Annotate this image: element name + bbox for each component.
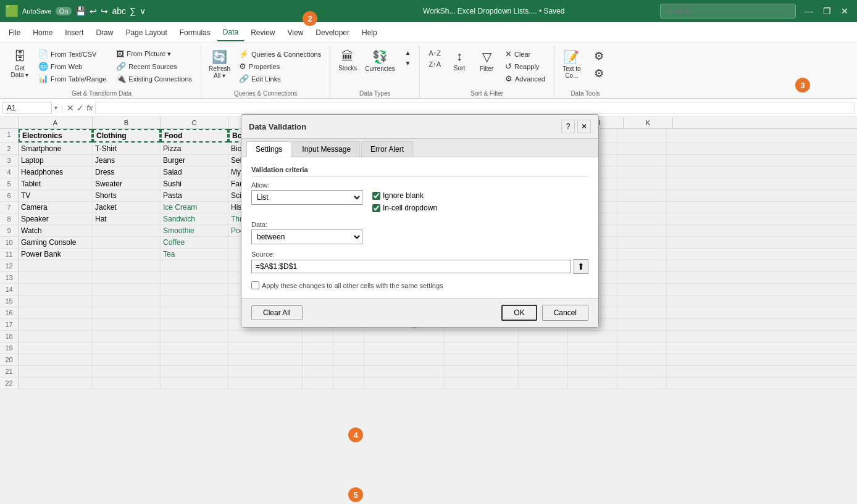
cell-a3[interactable]: Laptop <box>19 155 93 166</box>
cell-c21[interactable] <box>161 366 228 377</box>
cell-i19[interactable] <box>519 342 568 353</box>
cell-e19[interactable] <box>303 342 333 353</box>
cell-b21[interactable] <box>93 366 161 377</box>
cell-c11[interactable]: Tea <box>161 249 228 260</box>
sort-za-button[interactable]: Z↑A <box>425 59 445 69</box>
col-header-a[interactable]: A <box>19 117 93 128</box>
from-table-button[interactable]: 📊 From Table/Range <box>35 73 110 85</box>
cell-f18[interactable] <box>333 331 364 342</box>
cell-a4[interactable]: Headphones <box>19 167 93 178</box>
cell-b19[interactable] <box>93 342 161 353</box>
data-tool-2-button[interactable]: ⚙ <box>587 65 611 81</box>
col-header-c[interactable]: C <box>161 117 228 128</box>
cell-h21[interactable] <box>445 366 519 377</box>
cell-k20[interactable] <box>617 354 667 365</box>
cell-c17[interactable] <box>161 319 228 330</box>
cell-h20[interactable] <box>445 354 519 365</box>
source-input[interactable] <box>251 260 571 273</box>
menu-help[interactable]: Help <box>356 25 383 41</box>
cell-k4[interactable] <box>617 167 667 178</box>
cell-c14[interactable] <box>161 284 228 295</box>
cell-c13[interactable] <box>161 272 228 283</box>
cell-k22[interactable] <box>617 378 667 389</box>
cell-a15[interactable] <box>19 295 93 307</box>
restore-button[interactable]: ❐ <box>819 5 835 17</box>
abc-icon[interactable]: abc <box>112 6 126 16</box>
cell-d19[interactable] <box>228 342 303 353</box>
queries-connections-button[interactable]: ⚡ Queries & Connections <box>235 48 325 60</box>
cell-a13[interactable] <box>19 272 93 283</box>
cell-a12[interactable] <box>19 260 93 271</box>
recent-sources-button[interactable]: 🔗 Recent Sources <box>112 60 196 72</box>
cell-a6[interactable]: TV <box>19 190 93 201</box>
cell-g22[interactable] <box>364 378 445 389</box>
cell-b11[interactable] <box>93 249 161 260</box>
cancel-button[interactable]: Cancel <box>542 305 588 321</box>
dialog-tab-error-alert[interactable]: Error Alert <box>361 141 413 157</box>
cell-h22[interactable] <box>445 378 519 389</box>
save-icon[interactable]: 💾 <box>75 6 86 16</box>
cell-c1[interactable]: Food <box>161 129 228 143</box>
cell-g19[interactable] <box>364 342 445 353</box>
cell-c6[interactable]: Pasta <box>161 190 228 201</box>
menu-file[interactable]: File <box>2 25 27 41</box>
cell-b12[interactable] <box>93 260 161 271</box>
cell-i18[interactable] <box>519 331 568 342</box>
cell-d21[interactable] <box>228 366 303 377</box>
autosave-toggle[interactable]: On <box>56 7 72 15</box>
undo-icon[interactable]: ↩ <box>90 6 97 16</box>
cell-a18[interactable] <box>19 331 93 342</box>
minimize-button[interactable]: — <box>801 5 817 17</box>
cell-k3[interactable] <box>617 155 667 166</box>
cell-e22[interactable] <box>303 378 333 389</box>
cell-k7[interactable] <box>617 202 667 213</box>
cell-a10[interactable]: Gaming Console <box>19 237 93 248</box>
cell-k12[interactable] <box>617 260 667 271</box>
cell-k8[interactable] <box>617 213 667 225</box>
menu-draw[interactable]: Draw <box>90 25 119 41</box>
data-type-up-button[interactable]: ▲ <box>401 48 415 57</box>
currencies-button[interactable]: 💱 Currencies <box>362 48 397 73</box>
col-header-b[interactable]: B <box>93 117 161 128</box>
get-data-button[interactable]: 🗄 GetData ▾ <box>7 48 32 80</box>
cell-a2[interactable]: Smartphone <box>19 143 93 154</box>
from-picture-button[interactable]: 🖼 From Picture ▾ <box>112 48 196 60</box>
cell-b10[interactable] <box>93 237 161 248</box>
from-web-button[interactable]: 🌐 From Web <box>35 60 110 72</box>
data-tool-1-button[interactable]: ⚙ <box>587 48 611 64</box>
cell-c10[interactable]: Coffee <box>161 237 228 248</box>
properties-button[interactable]: ⚙ Properties <box>235 60 325 72</box>
cell-k21[interactable] <box>617 366 667 377</box>
cell-c5[interactable]: Sushi <box>161 178 228 189</box>
cell-a17[interactable] <box>19 319 93 330</box>
cell-b14[interactable] <box>93 284 161 295</box>
menu-home[interactable]: Home <box>27 25 59 41</box>
dialog-close-button[interactable]: ✕ <box>577 120 591 133</box>
menu-insert[interactable]: Insert <box>59 25 90 41</box>
more-icon[interactable]: ∨ <box>140 6 146 16</box>
cell-e20[interactable] <box>303 354 333 365</box>
cell-b8[interactable]: Hat <box>93 213 161 225</box>
cell-c19[interactable] <box>161 342 228 353</box>
cell-a20[interactable] <box>19 354 93 365</box>
cell-a8[interactable]: Speaker <box>19 213 93 225</box>
cell-f20[interactable] <box>333 354 364 365</box>
cell-k6[interactable] <box>617 190 667 201</box>
cell-c4[interactable]: Salad <box>161 167 228 178</box>
cell-i20[interactable] <box>519 354 568 365</box>
data-select[interactable]: between <box>251 229 362 244</box>
insert-function-icon[interactable]: fx <box>86 103 93 112</box>
cell-k11[interactable] <box>617 249 667 260</box>
cell-k19[interactable] <box>617 342 667 353</box>
cell-b1[interactable]: Clothing <box>93 129 161 143</box>
filter-button[interactable]: ▽ Filter <box>474 48 499 73</box>
search-input[interactable] <box>660 4 796 19</box>
cell-k2[interactable] <box>617 143 667 154</box>
cell-b5[interactable]: Sweater <box>93 178 161 189</box>
sort-button[interactable]: ↕ Sort <box>447 48 472 73</box>
cell-c20[interactable] <box>161 354 228 365</box>
confirm-formula-icon[interactable]: ✓ <box>77 103 84 113</box>
cell-k16[interactable] <box>617 307 667 318</box>
cell-b18[interactable] <box>93 331 161 342</box>
dialog-tab-settings[interactable]: Settings <box>246 141 291 157</box>
